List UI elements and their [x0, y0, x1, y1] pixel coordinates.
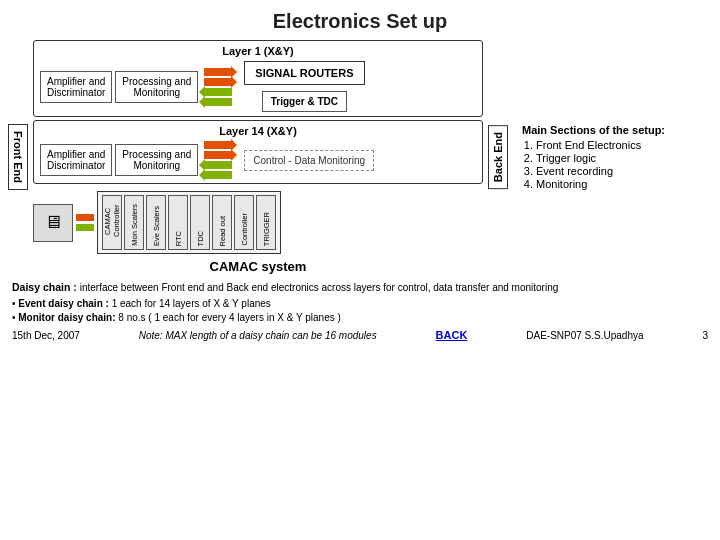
footer-center: DAE-SNP07 S.S.Upadhya	[526, 330, 643, 341]
arrow-orange-3	[204, 141, 232, 149]
signal-routers-area: SIGNAL ROUTERS Trigger & TDC	[238, 61, 364, 112]
arrow-green-2	[204, 98, 232, 106]
bullet2-rest: 8 no.s ( 1 each for every 4 layers in X …	[116, 312, 341, 323]
section-4-text: Monitoring	[536, 178, 587, 190]
bullet2: • Monitor daisy chain: 8 no.s ( 1 each f…	[12, 311, 708, 325]
layer14-proc-mon: Processing andMonitoring	[115, 144, 198, 176]
module-eve-scalers: Eve Scalers	[146, 195, 166, 250]
module-camac-controller: CAMAC Controller	[102, 195, 122, 250]
section-1-text: Front End Electronics	[536, 139, 641, 151]
layer14-box: Layer 14 (X&Y) Amplifier andDiscriminato…	[33, 120, 483, 184]
sections-list: Front End Electronics Trigger logic Even…	[536, 139, 712, 190]
footer-date: 15th Dec, 2007	[12, 330, 80, 341]
camac-arrow-right	[76, 214, 94, 221]
section-3-text: Event recording	[536, 165, 613, 177]
module-rtc: RTC	[168, 195, 188, 250]
trigger-tdc-box: Trigger & TDC	[262, 91, 347, 112]
computer-icon: 🖥	[33, 204, 73, 242]
camac-arrow-left	[76, 224, 94, 231]
bullet1-rest: 1 each for 14 layers of X & Y planes	[109, 298, 271, 309]
layer14-arrows	[204, 141, 232, 179]
sections-box: Main Sections of the setup: Front End El…	[522, 124, 712, 191]
camac-modules: CAMAC Controller Mon Scalers Eve Scalers…	[97, 191, 281, 254]
bottom-area: Daisy chain : interface between Front en…	[0, 276, 720, 325]
layer1-label: Layer 1 (X&Y)	[40, 45, 476, 57]
layer14-label: Layer 14 (X&Y)	[40, 125, 476, 137]
camac-io-arrows	[76, 214, 94, 231]
layer1-arrows	[204, 68, 232, 106]
signal-routers-box: SIGNAL ROUTERS	[244, 61, 364, 85]
section-item-3: Event recording	[536, 165, 712, 177]
sections-title: Main Sections of the setup:	[522, 124, 712, 136]
front-end-label: Front End	[8, 124, 28, 190]
section-item-2: Trigger logic	[536, 152, 712, 164]
module-mon-scalers: Mon Scalers	[124, 195, 144, 250]
daisy-intro: Daisy chain : interface between Front en…	[12, 280, 708, 295]
center-diagram: Layer 1 (X&Y) Amplifier andDiscriminator…	[33, 40, 483, 274]
arrow-green-3	[204, 161, 232, 169]
camac-row: 🖥 CAMAC Controller Mon Scalers Eve Scale…	[33, 191, 483, 254]
layer14-amp-disc: Amplifier andDiscriminator	[40, 144, 112, 176]
bullet2-bold: Monitor daisy chain:	[18, 312, 115, 323]
camac-system-label: CAMAC system	[33, 259, 483, 274]
section-item-1: Front End Electronics	[536, 139, 712, 151]
diagram-section: Front End Layer 1 (X&Y) Amplifier andDis…	[8, 40, 712, 274]
control-data-box: Control - Data Monitoring	[238, 150, 374, 171]
footer: 15th Dec, 2007 Note: MAX length of a dai…	[0, 327, 720, 343]
arrow-green-1	[204, 88, 232, 96]
layer1-box: Layer 1 (X&Y) Amplifier andDiscriminator…	[33, 40, 483, 117]
daisy-chain-desc: interface between Front end and Back end…	[80, 282, 559, 293]
footer-note: Note: MAX length of a daisy chain can be…	[139, 330, 377, 341]
section-2-text: Trigger logic	[536, 152, 596, 164]
layer1-row: Amplifier andDiscriminator Processing an…	[40, 61, 476, 112]
module-tdc: TDC	[190, 195, 210, 250]
bullet1: • Event daisy chain : 1 each for 14 laye…	[12, 297, 708, 311]
arrow-orange-1	[204, 68, 232, 76]
section-item-4: Monitoring	[536, 178, 712, 190]
layer1-proc-mon: Processing andMonitoring	[115, 71, 198, 103]
back-link[interactable]: BACK	[436, 329, 468, 341]
module-controller: Controller	[234, 195, 254, 250]
page-title: Electronics Set up	[0, 0, 720, 38]
back-end-label: Back End	[488, 125, 508, 189]
daisy-chain-title: Daisy chain :	[12, 281, 80, 293]
layer14-row: Amplifier andDiscriminator Processing an…	[40, 141, 476, 179]
arrow-green-4	[204, 171, 232, 179]
arrow-orange-2	[204, 78, 232, 86]
bullet1-bold: Event daisy chain :	[18, 298, 109, 309]
module-readout: Read out	[212, 195, 232, 250]
arrow-orange-4	[204, 151, 232, 159]
module-trigger: TRIGGER	[256, 195, 276, 250]
footer-page: 3	[702, 330, 708, 341]
layer1-amp-disc: Amplifier andDiscriminator	[40, 71, 112, 103]
